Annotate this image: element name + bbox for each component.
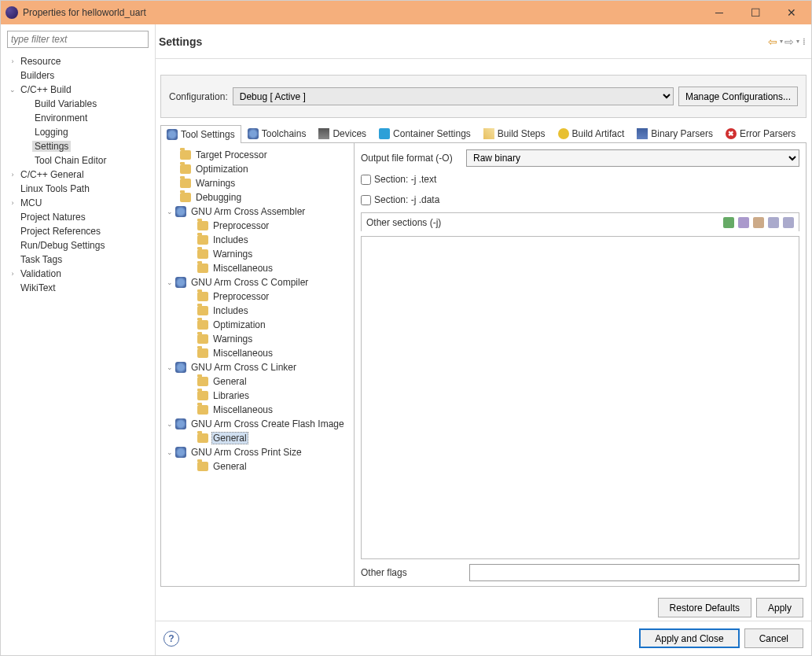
tool-node-libraries[interactable]: Libraries — [161, 389, 354, 403]
add-icon[interactable] — [723, 217, 734, 228]
tool-icon — [175, 206, 186, 217]
nav-item-resource[interactable]: ›Resource — [4, 54, 155, 68]
tool-node-general[interactable]: General — [161, 374, 354, 389]
tool-node-label: GNU Arm Cross Assembler — [189, 206, 307, 217]
minimize-button[interactable]: ─ — [701, 1, 737, 24]
nav-item-build-variables[interactable]: Build Variables — [4, 97, 155, 111]
ic-dev-icon — [318, 128, 329, 139]
back-icon[interactable]: ⇦ — [768, 35, 777, 48]
nav-item-run-debug-settings[interactable]: Run/Debug Settings — [4, 238, 155, 252]
tool-node-optimization[interactable]: Optimization — [161, 318, 354, 332]
section-data-checkbox-row[interactable]: Section: -j .data — [361, 192, 799, 208]
tab-label: Container Settings — [393, 128, 471, 139]
tool-node-label: Miscellaneous — [211, 263, 274, 274]
ic-err-icon: ✖ — [726, 128, 737, 139]
nav-item-builders[interactable]: Builders — [4, 68, 155, 83]
tool-node-warnings[interactable]: Warnings — [161, 332, 354, 346]
tab-label: Toolchains — [262, 128, 307, 139]
tool-node-includes[interactable]: Includes — [161, 233, 354, 247]
tab-binary-parsers[interactable]: Binary Parsers — [630, 124, 719, 142]
tool-node-gnu-arm-cross-print-size[interactable]: ⌄GNU Arm Cross Print Size — [161, 445, 354, 459]
forward-icon[interactable]: ⇨ — [784, 35, 794, 48]
nav-label: Task Tags — [18, 254, 64, 265]
tool-node-label: Includes — [211, 234, 250, 245]
tool-node-target-processor[interactable]: Target Processor — [161, 148, 354, 162]
nav-item-project-natures[interactable]: Project Natures — [4, 210, 155, 224]
tool-node-preprocessor[interactable]: Preprocessor — [161, 219, 354, 233]
nav-item-task-tags[interactable]: Task Tags — [4, 252, 155, 267]
nav-item-tool-chain-editor[interactable]: Tool Chain Editor — [4, 153, 155, 168]
nav-item-environment[interactable]: Environment — [4, 111, 155, 125]
nav-item-linux-tools-path[interactable]: Linux Tools Path — [4, 182, 155, 196]
delete-icon[interactable] — [753, 217, 764, 228]
tool-node-miscellaneous[interactable]: Miscellaneous — [161, 403, 354, 417]
tool-node-gnu-arm-cross-c-linker[interactable]: ⌄GNU Arm Cross C Linker — [161, 360, 354, 374]
tool-node-debugging[interactable]: Debugging — [161, 190, 354, 205]
move-down-icon[interactable] — [783, 217, 794, 228]
tool-node-miscellaneous[interactable]: Miscellaneous — [161, 261, 354, 275]
ic-tool-icon — [248, 128, 259, 139]
tool-node-preprocessor[interactable]: Preprocessor — [161, 289, 354, 304]
tab-toolchains[interactable]: Toolchains — [241, 124, 313, 142]
tab-build-steps[interactable]: Build Steps — [477, 124, 552, 142]
tool-node-label: Debugging — [194, 192, 243, 203]
tool-node-label: Warnings — [194, 178, 237, 189]
nav-label: Settings — [32, 141, 71, 152]
restore-defaults-button[interactable]: Restore Defaults — [658, 598, 751, 617]
nav-item-logging[interactable]: Logging — [4, 125, 155, 139]
tool-node-label: GNU Arm Cross Print Size — [189, 447, 303, 458]
other-flags-input[interactable] — [469, 564, 799, 581]
tool-node-optimization[interactable]: Optimization — [161, 162, 354, 176]
tool-node-includes[interactable]: Includes — [161, 304, 354, 318]
cancel-button[interactable]: Cancel — [744, 628, 803, 648]
apply-button[interactable]: Apply — [756, 598, 803, 617]
tool-node-warnings[interactable]: Warnings — [161, 247, 354, 261]
manage-configurations-button[interactable]: Manage Configurations... — [678, 87, 798, 106]
tool-node-label: Preprocessor — [211, 220, 270, 231]
apply-and-close-button[interactable]: Apply and Close — [639, 628, 739, 648]
section-data-checkbox[interactable] — [361, 195, 371, 205]
nav-item-c-c-build[interactable]: ⌄C/C++ Build — [4, 83, 155, 97]
nav-item-settings[interactable]: Settings — [4, 139, 155, 153]
edit-icon[interactable] — [738, 217, 749, 228]
nav-item-c-c-general[interactable]: ›C/C++ General — [4, 168, 155, 182]
output-format-select[interactable]: Raw binary — [466, 149, 799, 167]
folder-icon — [197, 264, 208, 273]
tool-node-label: General — [211, 376, 248, 387]
nav-item-mcu[interactable]: ›MCU — [4, 196, 155, 210]
nav-item-project-references[interactable]: Project References — [4, 224, 155, 238]
tool-node-gnu-arm-cross-c-compiler[interactable]: ⌄GNU Arm Cross C Compiler — [161, 275, 354, 289]
nav-item-wikitext[interactable]: WikiText — [4, 281, 155, 295]
nav-label: C/C++ General — [18, 169, 86, 180]
nav-label: Project Natures — [18, 212, 88, 223]
folder-icon — [197, 462, 208, 471]
tab-container-settings[interactable]: Container Settings — [373, 124, 477, 142]
nav-item-validation[interactable]: ›Validation — [4, 267, 155, 281]
section-text-checkbox-row[interactable]: Section: -j .text — [361, 171, 799, 187]
tool-node-warnings[interactable]: Warnings — [161, 176, 354, 190]
close-button[interactable]: ✕ — [773, 1, 810, 24]
help-icon[interactable]: ? — [164, 631, 179, 647]
filter-input[interactable] — [7, 31, 149, 48]
tab-tool-settings[interactable]: Tool Settings — [160, 125, 241, 143]
nav-label: Run/Debug Settings — [18, 240, 107, 251]
move-up-icon[interactable] — [768, 217, 779, 228]
tab-devices[interactable]: Devices — [312, 124, 373, 142]
tool-node-gnu-arm-cross-create-flash-image[interactable]: ⌄GNU Arm Cross Create Flash Image — [161, 417, 354, 431]
tool-tree: Target ProcessorOptimizationWarningsDebu… — [161, 143, 355, 586]
other-sections-header: Other sections (-j) — [361, 212, 799, 231]
tool-node-general[interactable]: General — [161, 431, 354, 445]
tool-node-general[interactable]: General — [161, 459, 354, 474]
other-sections-list[interactable] — [361, 236, 799, 559]
configuration-select[interactable]: Debug [ Active ] — [233, 87, 674, 105]
view-menu-icon[interactable]: ⁞ — [801, 36, 805, 47]
tool-node-gnu-arm-cross-assembler[interactable]: ⌄GNU Arm Cross Assembler — [161, 205, 354, 219]
tab-error-parsers[interactable]: ✖Error Parsers — [719, 124, 802, 142]
section-text-label: Section: -j .text — [374, 174, 436, 185]
tab-build-artifact[interactable]: Build Artifact — [552, 124, 631, 142]
tool-node-miscellaneous[interactable]: Miscellaneous — [161, 346, 354, 360]
section-text-checkbox[interactable] — [361, 175, 371, 185]
window-title: Properties for helloworld_uart — [23, 7, 701, 18]
maximize-button[interactable]: ☐ — [737, 1, 773, 24]
tab-label: Binary Parsers — [651, 128, 713, 139]
